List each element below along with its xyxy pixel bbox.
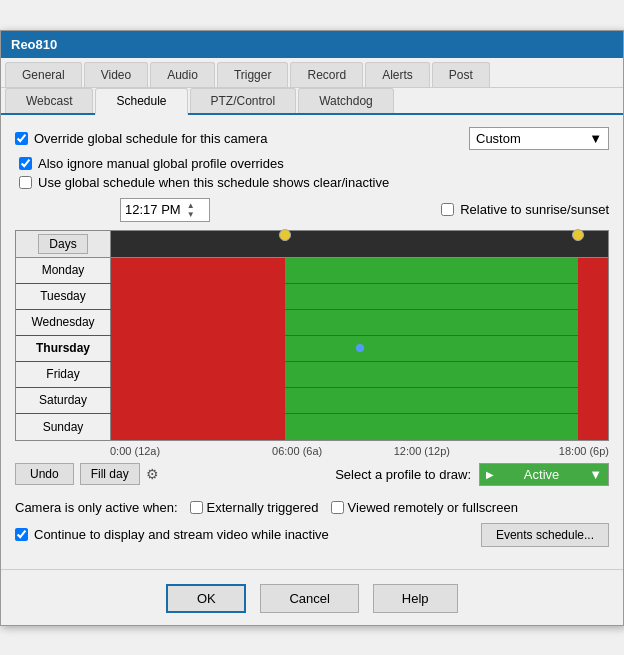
time-spinner-up[interactable]: ▲ bbox=[187, 201, 195, 210]
table-row: Thursday bbox=[16, 336, 608, 362]
also-ignore-label: Also ignore manual global profile overri… bbox=[38, 156, 284, 171]
externally-triggered-label: Externally triggered bbox=[207, 500, 319, 515]
tab-video[interactable]: Video bbox=[84, 62, 148, 87]
time-row: 12:17 PM ▲ ▼ Relative to sunrise/sunset bbox=[15, 198, 609, 222]
tab-webcast[interactable]: Webcast bbox=[5, 88, 93, 113]
relative-row: Relative to sunrise/sunset bbox=[441, 202, 609, 217]
table-row: Monday bbox=[16, 258, 608, 284]
day-bar-tuesday[interactable] bbox=[111, 284, 608, 309]
also-ignore-row: Also ignore manual global profile overri… bbox=[19, 156, 609, 171]
fillday-button[interactable]: Fill day bbox=[80, 463, 140, 485]
days-label-col: Days bbox=[16, 231, 111, 257]
day-sunday: Sunday bbox=[16, 414, 111, 440]
blue-marker bbox=[356, 344, 364, 352]
day-wednesday: Wednesday bbox=[16, 310, 111, 335]
undo-button[interactable]: Undo bbox=[15, 463, 74, 485]
viewed-remotely-checkbox[interactable] bbox=[331, 501, 344, 514]
continue-stream-label: Continue to display and stream video whi… bbox=[34, 527, 329, 542]
time-axis-18: 18:00 (6p) bbox=[484, 445, 609, 457]
tab-post[interactable]: Post bbox=[432, 62, 490, 87]
schedule-container[interactable]: Days Monday bbox=[15, 230, 609, 441]
chevron-down-icon: ▼ bbox=[589, 131, 602, 146]
gear-icon[interactable]: ⚙ bbox=[146, 466, 159, 482]
profile-row: Select a profile to draw: ▶ Active ▼ bbox=[335, 463, 609, 486]
camera-active-label: Camera is only active when: bbox=[15, 500, 178, 515]
tab-ptz-control[interactable]: PTZ/Control bbox=[190, 88, 297, 113]
profile-value: Active bbox=[524, 467, 559, 482]
override-label: Override global schedule for this camera bbox=[34, 131, 267, 146]
day-friday: Friday bbox=[16, 362, 111, 387]
time-axis: 0:00 (12a) 06:00 (6a) 12:00 (12p) 18:00 … bbox=[15, 445, 609, 457]
override-checkbox[interactable] bbox=[15, 132, 28, 145]
time-axis-0: 0:00 (12a) bbox=[110, 445, 235, 457]
window-title: Reo810 bbox=[11, 37, 57, 52]
tab-watchdog[interactable]: Watchdog bbox=[298, 88, 394, 113]
tab-schedule[interactable]: Schedule bbox=[95, 88, 187, 115]
camera-active-row: Camera is only active when: Externally t… bbox=[15, 500, 609, 515]
tabs-row-2: Webcast Schedule PTZ/Control Watchdog bbox=[1, 88, 623, 115]
time-axis-12: 12:00 (12p) bbox=[360, 445, 485, 457]
use-global-checkbox[interactable] bbox=[19, 176, 32, 189]
day-bar-saturday[interactable] bbox=[111, 388, 608, 413]
override-left: Override global schedule for this camera bbox=[15, 131, 267, 146]
time-value: 12:17 PM bbox=[125, 202, 181, 217]
override-row: Override global schedule for this camera… bbox=[15, 127, 609, 150]
schedule-grid: Monday Tuesday bbox=[16, 258, 608, 440]
continue-stream-checkbox[interactable] bbox=[15, 528, 28, 541]
events-schedule-button[interactable]: Events schedule... bbox=[481, 523, 609, 547]
ok-button[interactable]: OK bbox=[166, 584, 246, 613]
externally-triggered-checkbox[interactable] bbox=[190, 501, 203, 514]
relative-label: Relative to sunrise/sunset bbox=[460, 202, 609, 217]
tabs-row-1: General Video Audio Trigger Record Alert… bbox=[1, 58, 623, 88]
days-button[interactable]: Days bbox=[38, 234, 87, 254]
tab-trigger[interactable]: Trigger bbox=[217, 62, 289, 87]
table-row: Wednesday bbox=[16, 310, 608, 336]
tab-audio[interactable]: Audio bbox=[150, 62, 215, 87]
title-bar: Reo810 bbox=[1, 31, 623, 58]
cancel-button[interactable]: Cancel bbox=[260, 584, 358, 613]
day-saturday: Saturday bbox=[16, 388, 111, 413]
time-input-field[interactable]: 12:17 PM ▲ ▼ bbox=[120, 198, 210, 222]
time-spinner-down[interactable]: ▼ bbox=[187, 210, 195, 219]
also-ignore-checkbox[interactable] bbox=[19, 157, 32, 170]
use-global-row: Use global schedule when this schedule s… bbox=[19, 175, 609, 190]
viewed-remotely-label: Viewed remotely or fullscreen bbox=[348, 500, 518, 515]
controls-row: Undo Fill day ⚙ Select a profile to draw… bbox=[15, 463, 609, 486]
tab-alerts[interactable]: Alerts bbox=[365, 62, 430, 87]
profile-icon: ▶ bbox=[486, 469, 494, 480]
table-row: Sunday bbox=[16, 414, 608, 440]
profile-label: Select a profile to draw: bbox=[335, 467, 471, 482]
day-bar-thursday[interactable] bbox=[111, 336, 608, 361]
relative-checkbox[interactable] bbox=[441, 203, 454, 216]
schedule-outer: Days Monday bbox=[15, 230, 609, 457]
custom-dropdown-value: Custom bbox=[476, 131, 521, 146]
day-bar-wednesday[interactable] bbox=[111, 310, 608, 335]
day-monday: Monday bbox=[16, 258, 111, 283]
profile-dropdown[interactable]: ▶ Active ▼ bbox=[479, 463, 609, 486]
day-bar-sunday[interactable] bbox=[111, 414, 608, 440]
content-area: Override global schedule for this camera… bbox=[1, 115, 623, 559]
table-row: Saturday bbox=[16, 388, 608, 414]
events-row: Continue to display and stream video whi… bbox=[15, 523, 609, 547]
help-button[interactable]: Help bbox=[373, 584, 458, 613]
day-bar-monday[interactable] bbox=[111, 258, 608, 283]
profile-chevron-icon: ▼ bbox=[589, 467, 602, 482]
table-row: Tuesday bbox=[16, 284, 608, 310]
marker-left[interactable] bbox=[279, 229, 291, 241]
time-axis-6: 06:00 (6a) bbox=[235, 445, 360, 457]
day-bar-friday[interactable] bbox=[111, 362, 608, 387]
day-tuesday: Tuesday bbox=[16, 284, 111, 309]
marker-right[interactable] bbox=[572, 229, 584, 241]
bottom-buttons: OK Cancel Help bbox=[1, 569, 623, 625]
table-row: Friday bbox=[16, 362, 608, 388]
main-window: Reo810 General Video Audio Trigger Recor… bbox=[0, 30, 624, 626]
tab-record[interactable]: Record bbox=[290, 62, 363, 87]
tab-general[interactable]: General bbox=[5, 62, 82, 87]
custom-dropdown[interactable]: Custom ▼ bbox=[469, 127, 609, 150]
day-thursday: Thursday bbox=[16, 336, 111, 361]
use-global-label: Use global schedule when this schedule s… bbox=[38, 175, 389, 190]
